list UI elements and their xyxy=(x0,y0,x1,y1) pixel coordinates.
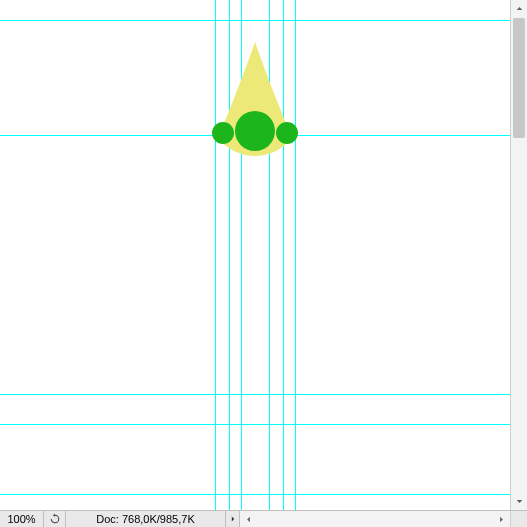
resize-corner xyxy=(510,511,527,527)
info-flyout-button[interactable] xyxy=(226,511,240,527)
horizontal-scroll-track[interactable] xyxy=(257,511,493,527)
guide-vertical[interactable] xyxy=(283,0,284,510)
guide-vertical[interactable] xyxy=(215,0,216,510)
chevron-left-icon xyxy=(245,516,252,523)
scroll-down-button[interactable] xyxy=(511,493,527,510)
rotate-view-button[interactable] xyxy=(44,511,66,527)
center-circle-shape xyxy=(235,111,275,151)
chevron-right-icon xyxy=(230,515,236,523)
left-circle-shape xyxy=(212,122,234,144)
document-info[interactable]: Doc: 768,0K/985,7K xyxy=(66,511,226,527)
guide-vertical[interactable] xyxy=(241,0,242,510)
guide-horizontal[interactable] xyxy=(0,394,510,395)
chevron-down-icon xyxy=(516,498,523,505)
scroll-left-button[interactable] xyxy=(240,511,257,527)
chevron-up-icon xyxy=(516,5,523,12)
scroll-right-button[interactable] xyxy=(493,511,510,527)
guide-horizontal[interactable] xyxy=(0,494,510,495)
rotate-icon xyxy=(49,513,61,525)
guide-vertical[interactable] xyxy=(269,0,270,510)
zoom-level-field[interactable]: 100% xyxy=(0,511,44,527)
guide-vertical[interactable] xyxy=(295,0,296,510)
triangle-shape xyxy=(218,42,292,156)
right-circle-shape xyxy=(276,122,298,144)
guide-horizontal[interactable] xyxy=(0,135,510,136)
scroll-up-button[interactable] xyxy=(511,0,527,17)
artwork-shapes xyxy=(0,0,510,510)
status-bar: 100% Doc: 768,0K/985,7K xyxy=(0,510,527,527)
guide-horizontal[interactable] xyxy=(0,424,510,425)
chevron-right-icon xyxy=(498,516,505,523)
document-canvas[interactable] xyxy=(0,0,510,510)
guide-vertical[interactable] xyxy=(229,0,230,510)
horizontal-scrollbar[interactable] xyxy=(240,511,510,527)
app-root: 100% Doc: 768,0K/985,7K xyxy=(0,0,527,527)
vertical-scrollbar[interactable] xyxy=(510,0,527,510)
vertical-scroll-thumb[interactable] xyxy=(513,18,525,138)
canvas-viewport xyxy=(0,0,510,510)
guide-horizontal[interactable] xyxy=(0,20,510,21)
